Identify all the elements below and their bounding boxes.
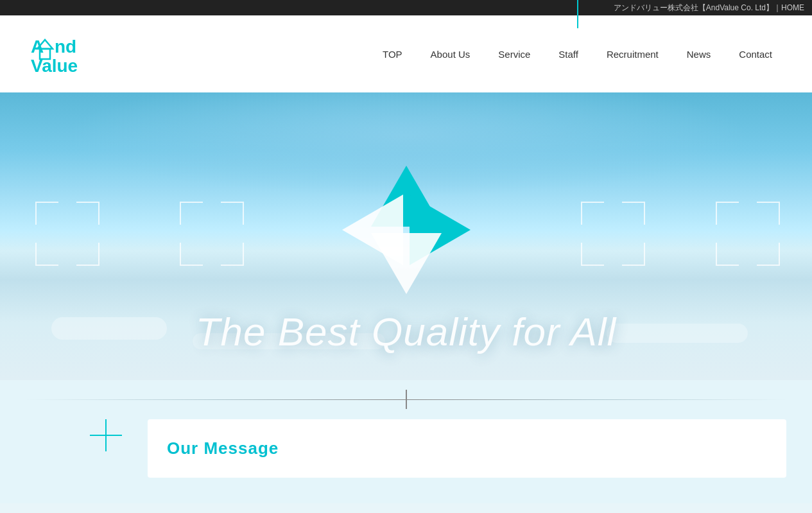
nav-accent-line [577,0,578,28]
hero-slogan: The Best Quality for All [196,309,617,380]
main-nav: TOP About Us Service Staff Recruitment N… [368,15,786,92]
message-card: Our Message [148,419,786,478]
svg-text:A: A [31,37,44,57]
our-message-title: Our Message [167,439,767,458]
nav-top[interactable]: TOP [368,15,417,92]
nav-about[interactable]: About Us [417,15,485,92]
light-section: Our Message [0,380,812,503]
bracket-cross-1 [35,202,99,266]
cloud-2 [607,324,748,343]
nav-recruitment[interactable]: Recruitment [592,15,673,92]
svg-text:Value: Value [31,56,78,76]
company-info-text: アンドバリュー株式会社【AndValue Co. Ltd】｜HOME [614,3,804,13]
nav-service[interactable]: Service [484,15,544,92]
nav-news[interactable]: News [673,15,725,92]
tri-left [342,195,403,265]
logo-svg: nd A Value [26,28,116,80]
site-header: nd A Value TOP About Us Service Staff Re… [0,15,812,92]
cloud-1 [51,317,167,340]
nav-staff[interactable]: Staff [544,15,592,92]
bracket-cross-2 [180,202,244,266]
compass-logo [342,166,471,294]
bracket-cross-3 [581,202,645,266]
svg-text:nd: nd [55,37,76,57]
plus-decoration [90,419,122,451]
logo[interactable]: nd A Value [26,28,116,80]
nav-contact[interactable]: Contact [725,15,786,92]
hero-section: The Best Quality for All [0,92,812,380]
top-bar: アンドバリュー株式会社【AndValue Co. Ltd】｜HOME [0,0,812,15]
bracket-cross-4 [716,202,780,266]
section-divider [26,399,786,400]
